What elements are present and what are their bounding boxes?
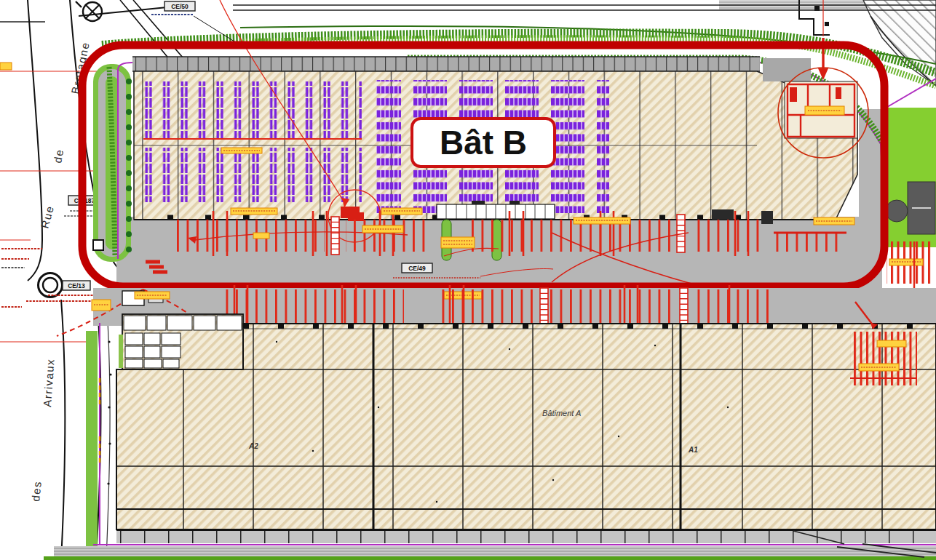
label-ce13: CE/13 bbox=[68, 282, 85, 289]
label-zone-a1: A1 bbox=[688, 446, 698, 454]
site-plan-page: Bretagne de Rue Arrivaux des CE/187 CE/1… bbox=[0, 0, 936, 560]
dock-marks bbox=[172, 220, 325, 252]
bat-b-callout: Bât B bbox=[412, 119, 555, 167]
label-zone-a2: A2 bbox=[248, 442, 258, 450]
label-ce49: CE/49 bbox=[408, 265, 426, 272]
building-a: Bâtiment A A2 A1 bbox=[44, 285, 936, 560]
street-name-des: des bbox=[29, 480, 44, 502]
racking-west-upper bbox=[143, 81, 362, 138]
racking-west-lower bbox=[143, 148, 362, 202]
east-dock-zone bbox=[850, 332, 917, 385]
label-batiment-a: Bâtiment A bbox=[542, 409, 581, 417]
site-plan-drawing: Bretagne de Rue Arrivaux des CE/187 CE/1… bbox=[0, 0, 936, 560]
street-name-de: de bbox=[51, 148, 66, 164]
label-ce50: CE/50 bbox=[171, 3, 189, 10]
roundabout bbox=[39, 273, 63, 297]
utility-tank bbox=[886, 200, 908, 222]
label-bat-b: Bât B bbox=[440, 124, 527, 161]
